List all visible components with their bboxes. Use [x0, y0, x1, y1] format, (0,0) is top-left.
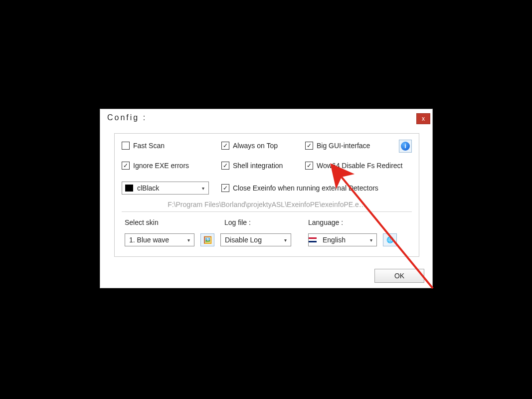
checkbox-label: Fast Scan [133, 142, 165, 150]
log-combobox[interactable]: Disable Log ▾ [220, 233, 291, 246]
checkbox-box: ✓ [221, 184, 229, 192]
checkbox-label: Wow64 Disable Fs Redirect [317, 162, 402, 170]
row-1: Fast Scan ✓ Always on Top ✓ Big GUI-inte… [122, 142, 412, 150]
language-combobox[interactable]: English ▾ [308, 233, 377, 246]
options-panel: i Fast Scan ✓ Always on Top ✓ Big GUI-in… [114, 133, 419, 257]
labels-row: Select skin Log file : Language : [125, 218, 412, 226]
checkbox-box: ✓ [221, 142, 229, 150]
chevron-down-icon: ▾ [197, 182, 208, 194]
color-combobox[interactable]: clBlack ▾ [122, 182, 209, 195]
language-label: Language : [308, 218, 393, 226]
shell-integration-checkbox[interactable]: ✓ Shell integration [221, 162, 305, 170]
chevron-down-icon: ▾ [280, 234, 291, 246]
color-value: clBlack [133, 184, 197, 192]
language-value: English [319, 236, 365, 244]
checkbox-label: Close Exeinfo when running external Dete… [233, 184, 378, 192]
fast-scan-checkbox[interactable]: Fast Scan [122, 142, 221, 150]
checkbox-box: ✓ [221, 162, 229, 170]
row-2: ✓ Ignore EXE errors ✓ Shell integration … [122, 162, 412, 170]
close-exeinfo-checkbox[interactable]: ✓ Close Exeinfo when running external De… [221, 184, 378, 192]
close-icon: x [422, 115, 425, 122]
flag-icon [309, 237, 317, 242]
ignore-exe-errors-checkbox[interactable]: ✓ Ignore EXE errors [122, 162, 221, 170]
always-on-top-checkbox[interactable]: ✓ Always on Top [221, 142, 305, 150]
skin-value: 1. Blue wave [125, 236, 183, 244]
log-value: Disable Log [221, 236, 280, 244]
checkbox-box: ✓ [305, 142, 313, 150]
select-skin-label: Select skin [125, 218, 224, 226]
path-text: F:\Program Files\Borland\projektyASL\Exe… [122, 200, 412, 208]
skin-preview-button[interactable]: 🖼️ [200, 233, 214, 246]
log-file-label: Log file : [224, 218, 308, 226]
color-swatch [125, 185, 133, 192]
config-dialog: Config : x i Fast Scan ✓ Always on Top ✓… [100, 109, 433, 288]
checkbox-box [122, 142, 130, 150]
picture-icon: 🖼️ [203, 236, 212, 244]
close-button[interactable]: x [416, 113, 430, 124]
checkbox-label: Shell integration [233, 162, 283, 170]
checkbox-label: Big GUI-interface [317, 142, 370, 150]
dialog-title: Config : [107, 113, 147, 122]
row-3: clBlack ▾ ✓ Close Exeinfo when running e… [122, 182, 412, 195]
wow64-checkbox[interactable]: ✓ Wow64 Disable Fs Redirect [305, 162, 412, 170]
big-gui-checkbox[interactable]: ✓ Big GUI-interface [305, 142, 412, 150]
divider [122, 211, 412, 212]
globe-icon: 🌐 [386, 236, 394, 243]
skin-combobox[interactable]: 1. Blue wave ▾ [125, 233, 194, 246]
checkbox-label: Always on Top [233, 142, 278, 150]
checkbox-label: Ignore EXE errors [133, 162, 189, 170]
selects-row: 1. Blue wave ▾ 🖼️ Disable Log ▾ English … [125, 233, 412, 246]
checkbox-box: ✓ [305, 162, 313, 170]
ok-button[interactable]: OK [374, 269, 424, 283]
ok-label: OK [394, 272, 404, 280]
chevron-down-icon: ▾ [365, 234, 376, 246]
checkbox-box: ✓ [122, 162, 130, 170]
chevron-down-icon: ▾ [183, 234, 194, 246]
titlebar: Config : x [100, 109, 432, 126]
language-extra-button[interactable]: 🌐 [383, 233, 397, 246]
